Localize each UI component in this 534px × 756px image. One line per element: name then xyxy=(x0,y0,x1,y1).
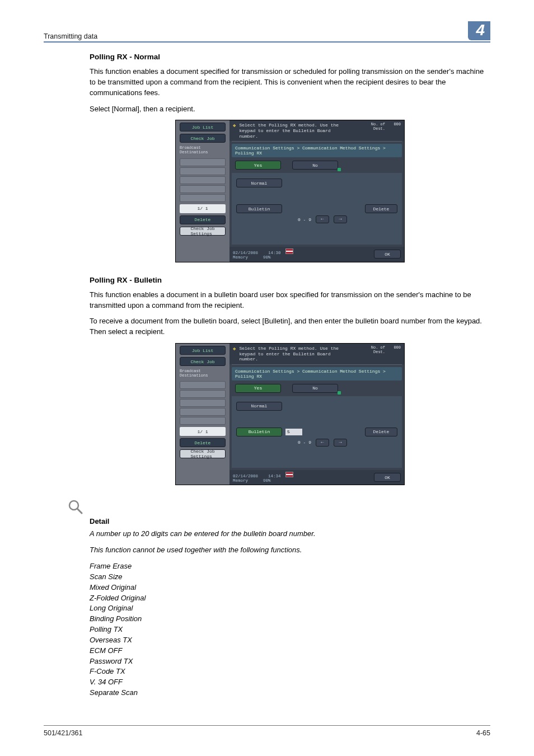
info-icon: ❖ xyxy=(233,123,236,139)
sidebar-pager: 1/ 1 xyxy=(180,427,226,436)
input-range-label: 0 - 9 xyxy=(298,440,311,445)
detail-function-list: Frame EraseScan SizeMixed OriginalZ-Fold… xyxy=(90,561,490,698)
detail-note-1: A number up to 20 digits can be entered … xyxy=(90,529,490,539)
detail-function-item: Separate Scan xyxy=(90,688,490,698)
breadcrumb: Communication Settings > Communication M… xyxy=(232,144,402,157)
detail-function-item: Polling TX xyxy=(90,624,490,635)
input-range-label: 0 - 9 xyxy=(298,217,311,222)
instruction-bar: ❖ Select the Polling RX method. Use thek… xyxy=(229,120,404,141)
dest-count-label: No. ofDest. xyxy=(371,345,385,354)
delete-button[interactable]: Delete xyxy=(365,204,397,213)
sidebar: Job List Check Job BroadcastDestinations… xyxy=(176,344,229,485)
status-time: 14:34 xyxy=(268,474,281,478)
status-bar: 02/14/2008 14:30 Memory 90% OK xyxy=(229,247,404,262)
arrow-left-button[interactable]: ← xyxy=(316,439,329,447)
status-time: 14:30 xyxy=(268,251,281,255)
destination-slot[interactable] xyxy=(180,399,226,407)
dest-count-label: No. ofDest. xyxy=(371,122,385,131)
no-button[interactable]: No xyxy=(292,384,338,393)
heading-polling-rx-bulletin: Polling RX - Bulletin xyxy=(90,276,490,284)
destination-slot[interactable] xyxy=(180,194,226,202)
destination-slots xyxy=(180,158,226,202)
detail-function-item: Binding Position xyxy=(90,614,490,624)
status-bar: 02/14/2008 14:34 Memory 90% OK xyxy=(229,470,404,485)
paragraph: To receive a document from the bulletin … xyxy=(90,316,490,337)
destination-slot[interactable] xyxy=(180,408,226,416)
job-list-button[interactable]: Job List xyxy=(180,123,226,132)
yes-button[interactable]: Yes xyxy=(235,384,281,393)
instruction-text: Select the Polling RX method. Use thekey… xyxy=(239,346,352,362)
breadcrumb: Communication Settings > Communication M… xyxy=(232,367,402,381)
heading-polling-rx-normal: Polling RX - Normal xyxy=(90,53,490,61)
detail-function-item: ECM OFF xyxy=(90,646,490,656)
detail-function-item: Long Original xyxy=(90,603,490,614)
status-date: 02/14/2008 xyxy=(233,474,258,478)
destination-slot[interactable] xyxy=(180,381,226,389)
arrow-right-button[interactable]: → xyxy=(334,215,347,223)
arrow-right-button[interactable]: → xyxy=(334,439,347,447)
flag-icon xyxy=(285,472,293,477)
detail-heading: Detail xyxy=(90,517,490,525)
delete-button[interactable]: Delete xyxy=(365,428,397,436)
destination-slot[interactable] xyxy=(180,390,226,398)
normal-mode-button[interactable]: Normal xyxy=(236,402,282,411)
destination-slots xyxy=(180,381,226,425)
memory-label: Memory xyxy=(233,478,248,483)
dest-count-value: 000 xyxy=(388,346,401,362)
page-header: Transmitting data 4 xyxy=(44,21,490,43)
yes-button[interactable]: Yes xyxy=(235,161,281,170)
device-screenshot-bulletin: Job List Check Job BroadcastDestinations… xyxy=(90,343,490,485)
status-date: 02/14/2008 xyxy=(233,251,258,255)
detail-function-item: Frame Erase xyxy=(90,561,490,572)
check-job-settings-button[interactable]: Check JobSettings xyxy=(180,449,226,458)
normal-mode-button[interactable]: Normal xyxy=(236,179,282,187)
svg-line-1 xyxy=(77,509,82,513)
paragraph: This function enables a document in a bu… xyxy=(90,290,490,311)
magnifier-icon xyxy=(67,499,84,517)
footer-page-number: 4-65 xyxy=(476,729,490,737)
destination-slot[interactable] xyxy=(180,185,226,193)
instruction-bar: ❖ Select the Polling RX method. Use thek… xyxy=(229,344,404,364)
bulletin-mode-button[interactable]: Bulletin xyxy=(236,428,282,436)
device-screenshot-normal: Job List Check Job BroadcastDestinations… xyxy=(90,120,490,262)
job-list-button[interactable]: Job List xyxy=(180,346,226,355)
paragraph: This function enables a document specifi… xyxy=(90,67,490,98)
destination-slot[interactable] xyxy=(180,176,226,184)
detail-function-item: Password TX xyxy=(90,656,490,667)
broadcast-destinations-label: BroadcastDestinations xyxy=(180,146,226,154)
polling-rx-panel: Normal Bulletin 5 Delete 0 - 9 ← → xyxy=(232,396,402,468)
check-job-button[interactable]: Check Job xyxy=(180,357,226,366)
detail-function-item: Z-Folded Original xyxy=(90,593,490,604)
memory-label: Memory xyxy=(233,255,248,260)
bulletin-mode-button[interactable]: Bulletin xyxy=(236,204,282,213)
paragraph: Select [Normal], then a recipient. xyxy=(90,104,490,115)
detail-function-item: V. 34 OFF xyxy=(90,677,490,688)
broadcast-destinations-label: BroadcastDestinations xyxy=(180,369,226,378)
sidebar: Job List Check Job BroadcastDestinations… xyxy=(176,120,229,261)
memory-value: 90% xyxy=(263,478,271,483)
dest-count-value: 000 xyxy=(388,123,401,139)
destination-slot[interactable] xyxy=(180,167,226,175)
sidebar-delete-button[interactable]: Delete xyxy=(180,438,226,447)
running-head: Transmitting data xyxy=(44,32,97,40)
no-button[interactable]: No xyxy=(292,161,338,170)
check-job-button[interactable]: Check Job xyxy=(180,134,226,143)
bulletin-number-display: 5 xyxy=(285,429,302,435)
ok-button[interactable]: OK xyxy=(374,473,401,482)
memory-value: 90% xyxy=(263,255,271,260)
sidebar-pager: 1/ 1 xyxy=(180,204,226,213)
destination-slot[interactable] xyxy=(180,417,226,425)
check-job-settings-button[interactable]: Check JobSettings xyxy=(180,227,226,236)
polling-rx-panel: Normal Bulletin Delete 0 - 9 ← → xyxy=(232,173,402,245)
arrow-left-button[interactable]: ← xyxy=(316,215,329,223)
flag-icon xyxy=(285,248,293,254)
destination-slot[interactable] xyxy=(180,158,226,166)
sidebar-delete-button[interactable]: Delete xyxy=(180,215,226,224)
detail-function-item: Mixed Original xyxy=(90,583,490,593)
chapter-number-badge: 4 xyxy=(468,21,490,40)
instruction-text: Select the Polling RX method. Use thekey… xyxy=(239,123,352,139)
ok-button[interactable]: OK xyxy=(374,250,401,259)
detail-function-item: F-Code TX xyxy=(90,666,490,677)
detail-note-2: This function cannot be used together wi… xyxy=(90,545,490,556)
detail-function-item: Overseas TX xyxy=(90,635,490,646)
